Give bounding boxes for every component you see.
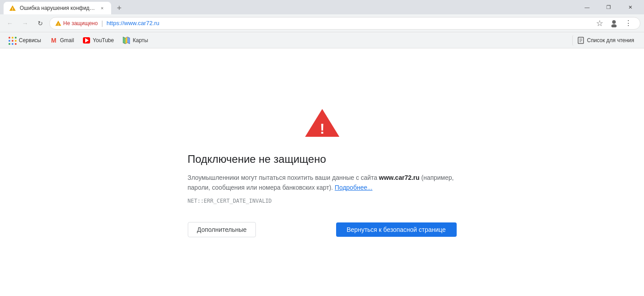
error-title: Подключение не защищено: [188, 153, 326, 165]
security-badge: ! Не защищено: [55, 20, 98, 26]
reading-list-label: Список для чтения: [587, 37, 634, 44]
forward-button[interactable]: →: [19, 17, 31, 30]
svg-point-4: [612, 20, 616, 24]
error-description: Злоумышленники могут пытаться похитить в…: [188, 173, 457, 193]
address-right-icons: ☆ ⋮: [593, 17, 635, 30]
profile-button[interactable]: [608, 17, 620, 30]
maximize-button[interactable]: ❐: [598, 1, 619, 13]
bookmark-maps[interactable]: Карты: [119, 35, 151, 46]
back-button[interactable]: ←: [4, 17, 16, 30]
reading-list-button[interactable]: Список для чтения: [572, 35, 639, 46]
titlebar-tabs: ! Ошибка нарушения конфиден... × +: [4, 0, 573, 14]
warning-icon: !: [55, 20, 61, 26]
bookmark-star-button[interactable]: ☆: [593, 17, 606, 30]
error-desc-part1: Злоумышленники могут пытаться похитить в…: [188, 174, 379, 181]
error-icon-area: !: [188, 107, 457, 139]
window-controls: — ❐ ✕: [577, 1, 640, 13]
close-button[interactable]: ✕: [620, 1, 640, 13]
youtube-icon: [83, 37, 90, 44]
refresh-button[interactable]: ↻: [34, 17, 47, 30]
menu-button[interactable]: ⋮: [622, 17, 635, 30]
tab-favicon: !: [9, 4, 16, 12]
security-label: Не защищено: [63, 20, 98, 26]
bookmark-services[interactable]: Сервисы: [5, 35, 45, 46]
maps-icon: [123, 37, 130, 44]
bookmark-services-label: Сервисы: [19, 37, 41, 44]
error-buttons: Дополнительные Вернуться к безопасной ст…: [188, 222, 457, 237]
svg-text:!: !: [320, 121, 324, 137]
minimize-button[interactable]: —: [577, 1, 597, 13]
active-tab[interactable]: ! Ошибка нарушения конфиден... ×: [4, 2, 111, 14]
address-url: https://www.car72.ru: [107, 20, 160, 26]
tab-close-button[interactable]: ×: [99, 4, 106, 12]
svg-point-5: [611, 24, 617, 27]
browser-content: ! Подключение не защищено Злоумышленники…: [0, 48, 644, 296]
bookmark-gmail[interactable]: M Gmail: [47, 35, 78, 46]
addressbar-area: ← → ↻ ! Не защищено | https://www.car72.…: [0, 14, 644, 32]
bookmark-maps-label: Карты: [133, 37, 148, 44]
bookmark-gmail-label: Gmail: [60, 37, 74, 44]
error-container: ! Подключение не защищено Злоумышленники…: [188, 107, 457, 238]
gmail-icon: M: [50, 37, 57, 44]
bookmark-youtube-label: YouTube: [93, 37, 114, 44]
back-to-safe-button[interactable]: Вернуться к безопасной странице: [336, 222, 457, 237]
tab-title: Ошибка нарушения конфиден...: [20, 5, 95, 11]
advanced-button[interactable]: Дополнительные: [188, 222, 256, 237]
apps-icon: [9, 37, 16, 44]
error-code: NET::ERR_CERT_DATE_INVALID: [188, 198, 272, 204]
error-site: www.car72.ru: [379, 174, 420, 181]
new-tab-button[interactable]: +: [113, 2, 125, 14]
reading-list-icon: [577, 37, 584, 44]
svg-text:!: !: [58, 22, 59, 26]
address-separator: |: [101, 20, 103, 27]
titlebar: ! Ошибка нарушения конфиден... × + — ❐ ✕: [0, 0, 644, 14]
bookmarks-bar: Сервисы M Gmail YouTube Карты: [0, 32, 644, 48]
bookmark-youtube[interactable]: YouTube: [79, 35, 117, 46]
error-warning-icon: !: [304, 107, 340, 139]
error-learn-more-link[interactable]: Подробнее...: [335, 184, 372, 191]
address-bar[interactable]: ! Не защищено | https://www.car72.ru ☆ ⋮: [49, 17, 640, 30]
profile-icon: [610, 19, 618, 27]
svg-text:!: !: [12, 7, 13, 11]
